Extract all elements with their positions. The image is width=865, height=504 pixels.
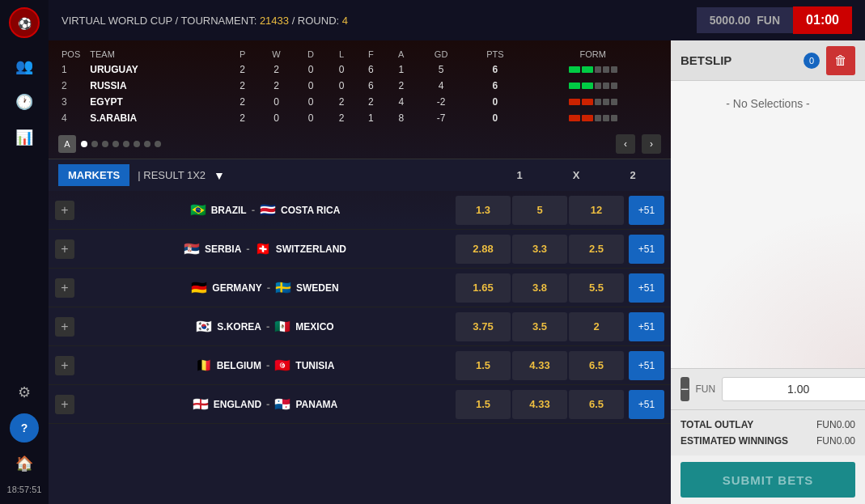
stake-input[interactable]: [722, 377, 865, 401]
odds-1-button[interactable]: 3.75: [456, 312, 511, 341]
total-outlay-label: TOTAL OUTLAY: [681, 419, 753, 430]
odds-1-button[interactable]: 1.65: [456, 273, 511, 303]
odds-x-button[interactable]: 4.33: [512, 390, 567, 419]
right-panel: BETSLIP 0 🗑 - No Selections - − FUN + TO…: [671, 40, 865, 504]
row-form: [524, 110, 661, 126]
match-row: + 🇷🇸 SERBIA - 🇨🇭 SWITZERLAND 2.88 3.3 2.…: [49, 230, 671, 269]
odds-2-button[interactable]: 2: [569, 312, 624, 341]
odds-x-button[interactable]: 3.3: [512, 235, 567, 264]
row-gd: -2: [417, 94, 466, 110]
odds-2-button[interactable]: 12: [569, 196, 624, 225]
match-row: + 🇧🇪 BELGIUM - 🇹🇳 TUNISIA 1.5 4.33 6.5 +…: [49, 346, 671, 385]
more-markets-button[interactable]: +51: [629, 235, 664, 264]
row-l: 0: [327, 61, 356, 78]
more-markets-button[interactable]: +51: [629, 312, 664, 341]
sidebar-home-icon[interactable]: 🏠: [10, 449, 39, 478]
content-area: POS TEAM P W D L F A GD PTS FORM: [49, 40, 865, 504]
row-a: 8: [386, 110, 417, 126]
odds-x-button[interactable]: 5: [512, 196, 567, 225]
balance-display: 5000.00 FUN: [697, 7, 793, 33]
odds-2-button[interactable]: 2.5: [569, 235, 624, 264]
odds-1-button[interactable]: 1.3: [456, 196, 511, 225]
col-w: W: [258, 47, 295, 61]
estimated-winnings-row: ESTIMATED WINNINGS FUN0.00: [681, 433, 855, 449]
total-outlay-row: TOTAL OUTLAY FUN0.00: [681, 417, 855, 433]
betslip-clear-button[interactable]: 🗑: [826, 46, 855, 75]
svg-text:⚽: ⚽: [18, 17, 32, 31]
carousel-dot-3[interactable]: [102, 141, 108, 147]
row-team: S.ARABIA: [83, 110, 227, 126]
team1-flag: 🇧🇷: [190, 202, 206, 218]
match-add-button[interactable]: +: [55, 395, 74, 414]
carousel-dot-5[interactable]: [123, 141, 129, 147]
match-add-button[interactable]: +: [55, 278, 74, 298]
match-teams: 🇰🇷 S.KOREA - 🇲🇽 MEXICO: [74, 319, 456, 334]
sidebar-users-icon[interactable]: 👥: [10, 52, 39, 81]
carousel-dot-7[interactable]: [144, 141, 151, 147]
main-content: VIRTUAL WORLD CUP / TOURNAMENT: 21433 / …: [49, 0, 865, 504]
row-form: [524, 61, 661, 78]
row-pos: 2: [58, 78, 83, 94]
match-add-button[interactable]: +: [55, 356, 74, 375]
row-f: 1: [356, 110, 386, 126]
row-pts: 0: [465, 110, 524, 126]
background-decoration: [671, 206, 865, 368]
table-row: 3 EGYPT 2 0 0 2 2 4 -2 0: [58, 94, 661, 110]
balance-currency: FUN: [757, 14, 780, 27]
match-separator: -: [267, 282, 270, 294]
odds-1-button[interactable]: 1.5: [456, 390, 511, 419]
topbar: VIRTUAL WORLD CUP / TOURNAMENT: 21433 / …: [49, 0, 865, 40]
sidebar-time: 18:57:51: [7, 485, 42, 498]
team1-name: SERBIA: [205, 244, 241, 255]
row-w: 2: [258, 78, 295, 94]
match-add-button[interactable]: +: [55, 317, 74, 337]
carousel-dot-1[interactable]: [81, 141, 87, 147]
match-odds: 1.3 5 12 +51: [456, 196, 664, 225]
carousel-dot-4[interactable]: [112, 141, 119, 147]
row-form: [524, 78, 661, 94]
breadcrumb-mid: / ROUND:: [289, 15, 342, 27]
col-1-header: 1: [491, 169, 548, 181]
sidebar-chart-icon[interactable]: 📊: [10, 123, 39, 152]
odds-x-button[interactable]: 3.5: [512, 312, 567, 341]
row-p: 2: [227, 110, 258, 126]
carousel-dot-2[interactable]: [91, 141, 98, 147]
odds-1-button[interactable]: 1.5: [456, 351, 511, 380]
odds-2-button[interactable]: 6.5: [569, 390, 624, 419]
match-separator: -: [252, 204, 255, 216]
more-markets-button[interactable]: +51: [629, 273, 664, 303]
submit-bets-button[interactable]: SUBMIT BETS: [681, 462, 855, 498]
carousel-dot-8[interactable]: [155, 141, 161, 147]
markets-dropdown-icon[interactable]: ▼: [214, 169, 225, 182]
row-l: 0: [327, 78, 356, 94]
row-f: 2: [356, 94, 386, 110]
team1-name: ENGLAND: [214, 399, 261, 410]
carousel-prev-button[interactable]: ‹: [616, 134, 635, 154]
odds-2-button[interactable]: 5.5: [569, 273, 624, 303]
odds-x-button[interactable]: 4.33: [512, 351, 567, 380]
carousel-dot-6[interactable]: [134, 141, 140, 147]
team2-name: SWEDEN: [296, 282, 339, 294]
sidebar-help-icon[interactable]: ?: [10, 413, 39, 443]
col-pos: POS: [58, 47, 83, 61]
stake-decrease-button[interactable]: −: [681, 377, 689, 401]
row-f: 6: [356, 61, 386, 78]
col-2-header: 2: [604, 169, 661, 181]
carousel-next-button[interactable]: ›: [642, 134, 661, 154]
more-markets-button[interactable]: +51: [629, 351, 664, 380]
team2-flag: 🇵🇦: [274, 396, 290, 412]
team2-flag: 🇹🇳: [274, 358, 290, 373]
more-markets-button[interactable]: +51: [629, 196, 664, 225]
more-markets-button[interactable]: +51: [629, 390, 664, 419]
odds-1-button[interactable]: 2.88: [456, 235, 511, 264]
sidebar-history-icon[interactable]: 🕐: [10, 87, 39, 116]
round-number: 4: [342, 15, 348, 27]
sidebar-settings-icon[interactable]: ⚙: [10, 378, 39, 407]
balance-value: 5000.00: [710, 14, 751, 27]
odds-x-button[interactable]: 3.8: [512, 273, 567, 303]
odds-2-button[interactable]: 6.5: [569, 351, 624, 380]
match-add-button[interactable]: +: [55, 239, 74, 259]
markets-columns: 1 X 2: [491, 169, 661, 181]
match-add-button[interactable]: +: [55, 201, 74, 220]
col-a: A: [386, 47, 417, 61]
